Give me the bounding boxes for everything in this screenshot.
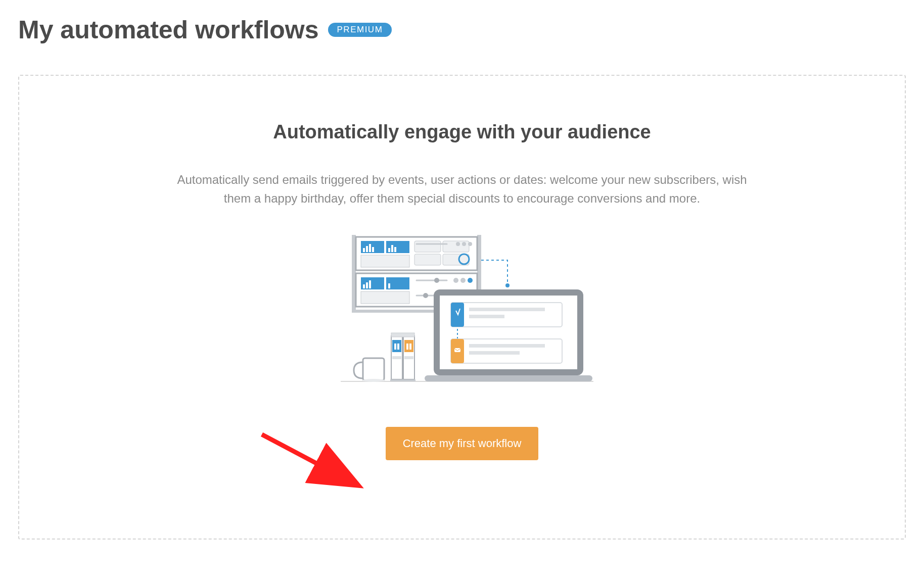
automation-illustration-svg — [320, 230, 604, 392]
svg-rect-47 — [469, 315, 504, 318]
empty-state-description: Automatically send emails triggered by e… — [176, 170, 748, 208]
svg-point-39 — [423, 293, 428, 298]
page-title: My automated workflows — [18, 15, 319, 44]
automation-illustration — [39, 230, 885, 392]
premium-badge: PREMIUM — [328, 23, 392, 37]
empty-state-heading: Automatically engage with your audience — [39, 121, 885, 143]
svg-rect-21 — [363, 284, 365, 288]
svg-point-32 — [456, 242, 460, 246]
svg-rect-65 — [390, 379, 415, 381]
svg-rect-10 — [388, 248, 390, 252]
svg-point-34 — [468, 242, 472, 246]
svg-rect-54 — [425, 375, 592, 381]
svg-rect-22 — [366, 282, 368, 288]
annotation-arrow-icon — [257, 429, 373, 500]
svg-rect-12 — [394, 247, 396, 252]
svg-point-29 — [460, 278, 466, 283]
svg-rect-13 — [361, 255, 409, 267]
svg-rect-61 — [404, 340, 413, 352]
svg-rect-58 — [397, 344, 399, 350]
svg-rect-46 — [469, 308, 545, 311]
svg-rect-6 — [363, 248, 365, 252]
svg-rect-51 — [454, 348, 460, 352]
svg-rect-9 — [372, 247, 374, 252]
svg-rect-14 — [414, 241, 441, 252]
svg-point-68 — [362, 379, 385, 382]
empty-state-panel: Automatically engage with your audience … — [18, 75, 906, 540]
svg-rect-52 — [469, 344, 545, 348]
svg-point-30 — [468, 278, 473, 283]
svg-line-70 — [262, 434, 348, 480]
svg-rect-64 — [404, 356, 413, 359]
svg-rect-57 — [394, 344, 396, 350]
svg-rect-23 — [369, 280, 371, 288]
svg-point-33 — [462, 242, 466, 246]
create-workflow-button[interactable]: Create my first workflow — [386, 427, 539, 460]
svg-rect-59 — [392, 356, 401, 359]
svg-rect-56 — [392, 340, 401, 352]
svg-rect-66 — [391, 333, 414, 337]
page-header: My automated workflows PREMIUM — [18, 15, 906, 44]
svg-point-28 — [453, 278, 458, 283]
svg-rect-53 — [469, 351, 520, 355]
svg-rect-24 — [388, 283, 390, 288]
svg-rect-16 — [414, 254, 441, 265]
svg-point-41 — [505, 283, 510, 287]
svg-rect-11 — [391, 245, 393, 252]
svg-point-27 — [434, 278, 439, 283]
svg-rect-67 — [363, 358, 384, 380]
svg-rect-25 — [361, 291, 409, 304]
svg-rect-44 — [451, 303, 562, 327]
svg-rect-8 — [369, 244, 371, 252]
svg-rect-62 — [406, 344, 408, 350]
svg-rect-63 — [409, 344, 411, 350]
svg-rect-7 — [366, 246, 368, 252]
